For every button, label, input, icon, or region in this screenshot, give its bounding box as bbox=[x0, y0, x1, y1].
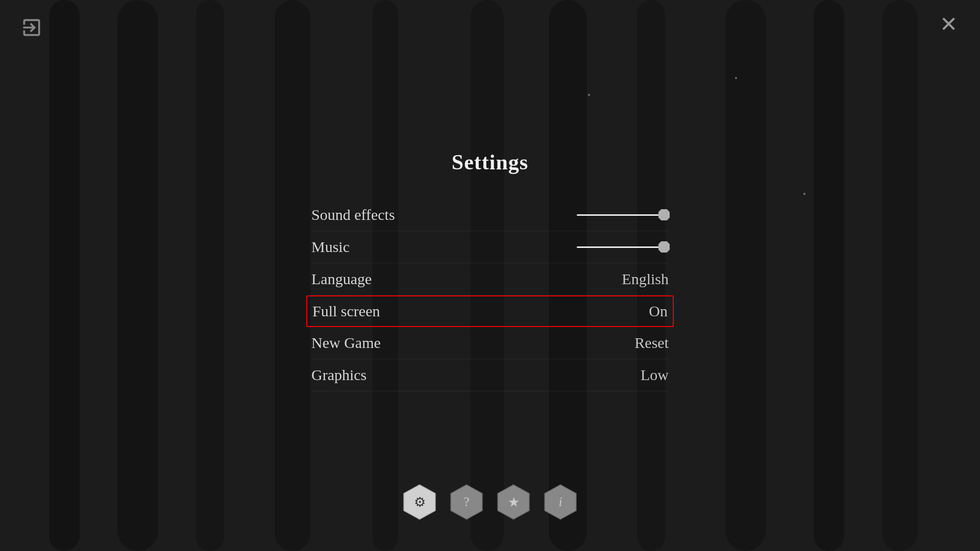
bottom-nav: ⚙ ? ★ i bbox=[401, 484, 579, 520]
language-label: Language bbox=[311, 270, 372, 288]
nav-favorites-button[interactable]: ★ bbox=[495, 484, 532, 520]
nav-info-button[interactable]: i bbox=[542, 484, 579, 520]
new-game-row[interactable]: New Game Reset bbox=[311, 327, 669, 359]
graphics-label: Graphics bbox=[311, 366, 366, 384]
info-icon: i bbox=[558, 494, 562, 510]
sound-effects-label: Sound effects bbox=[311, 206, 395, 223]
nav-help-button[interactable]: ? bbox=[448, 484, 485, 520]
graphics-value: Low bbox=[641, 366, 669, 384]
star-icon: ★ bbox=[508, 494, 520, 510]
settings-icon: ⚙ bbox=[414, 494, 426, 510]
music-thumb bbox=[658, 241, 670, 253]
close-icon: ✕ bbox=[940, 14, 958, 35]
nav-settings-button[interactable]: ⚙ bbox=[401, 484, 438, 520]
new-game-value: Reset bbox=[634, 334, 669, 352]
music-track bbox=[577, 246, 669, 248]
sound-effects-slider[interactable] bbox=[577, 214, 669, 216]
sound-effects-row[interactable]: Sound effects bbox=[311, 199, 669, 231]
music-slider[interactable] bbox=[577, 246, 669, 248]
music-row[interactable]: Music bbox=[311, 231, 669, 263]
music-fill bbox=[577, 246, 662, 248]
sound-effects-fill bbox=[577, 214, 664, 216]
music-label: Music bbox=[311, 238, 350, 256]
exit-button[interactable] bbox=[18, 14, 45, 41]
settings-rows: Sound effects Music Language English bbox=[311, 199, 669, 391]
settings-title: Settings bbox=[311, 150, 669, 174]
full-screen-label: Full screen bbox=[312, 303, 380, 320]
full-screen-row[interactable]: Full screen On bbox=[306, 295, 674, 327]
new-game-label: New Game bbox=[311, 334, 381, 352]
help-icon: ? bbox=[463, 494, 470, 510]
settings-panel: Settings Sound effects Music bbox=[311, 150, 669, 391]
language-value: English bbox=[622, 270, 669, 288]
language-row[interactable]: Language English bbox=[311, 263, 669, 295]
full-screen-value: On bbox=[649, 303, 668, 320]
sound-effects-thumb bbox=[658, 209, 670, 220]
graphics-row[interactable]: Graphics Low bbox=[311, 359, 669, 391]
close-button[interactable]: ✕ bbox=[935, 11, 962, 38]
sound-effects-track bbox=[577, 214, 669, 216]
